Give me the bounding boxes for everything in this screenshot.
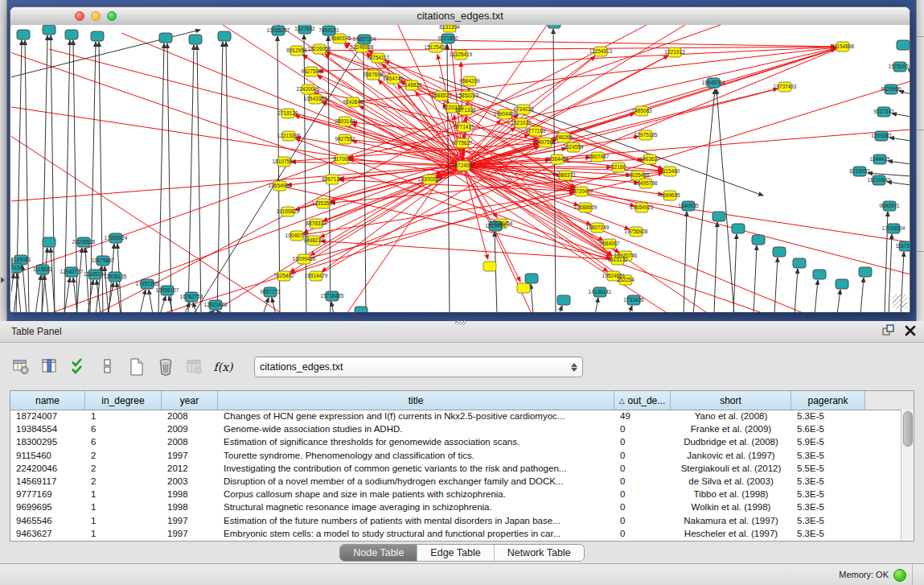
graph-node[interactable] — [859, 267, 872, 277]
table-cell: 18300295 — [10, 437, 85, 447]
table-cell: 19384554 — [10, 424, 85, 434]
graph-node[interactable] — [43, 25, 55, 35]
graph-node[interactable] — [483, 262, 496, 271]
table-cell: 5.3E-5 — [791, 529, 865, 538]
panel-divider-grip[interactable] — [455, 320, 466, 325]
function-builder-button[interactable]: f(x) — [212, 356, 234, 378]
graph-node[interactable] — [355, 307, 368, 312]
table-cell: Hescheler et al. (1997) — [671, 529, 791, 538]
graph-node-label: 19737493 — [774, 84, 797, 89]
float-panel-icon[interactable] — [882, 324, 895, 337]
table-row[interactable]: 1456911722003Disruption of a novel membe… — [10, 475, 901, 488]
column-header-pagerank[interactable]: pagerank — [791, 391, 865, 410]
delete-table-button[interactable] — [183, 356, 205, 378]
window-resize-grip[interactable] — [893, 295, 907, 309]
graph-node-label: 11154808 — [832, 43, 854, 49]
graph-node-label: 10025488 — [626, 172, 650, 178]
table-cell: 1 — [85, 516, 162, 525]
table-row[interactable]: 946554611997Estimation of the future num… — [10, 514, 901, 527]
graph-node-label: 746266 — [555, 134, 573, 140]
column-header-short[interactable]: short — [671, 391, 791, 410]
graph-node[interactable] — [752, 235, 765, 245]
graph-node[interactable] — [159, 33, 172, 43]
graph-node-label: 7625402 — [273, 273, 294, 278]
table-cell: 5.5E-5 — [791, 463, 865, 473]
table-row[interactable]: 1872400712008Changes of HCN gene express… — [10, 410, 901, 422]
tab-node-table[interactable]: Node Table — [340, 545, 417, 561]
collapsed-panel-arrow-icon[interactable] — [1, 277, 5, 283]
table-cell: de Silva et al. (2003) — [671, 476, 791, 486]
window-title: citations_edges.txt — [10, 10, 910, 22]
table-cell: 5.6E-5 — [791, 424, 865, 434]
status-bar: Memory: OK — [0, 563, 924, 585]
graph-node-label: 15125439 — [425, 44, 448, 50]
table-cell: Estimation of significance thresholds fo… — [218, 437, 614, 447]
graph-node[interactable] — [17, 30, 30, 39]
graph-node[interactable] — [557, 295, 570, 305]
table-row[interactable]: 2242004622012Investigating the contribut… — [10, 462, 901, 475]
memory-ok-indicator-icon[interactable] — [893, 569, 906, 582]
column-header-name[interactable]: name — [10, 391, 85, 410]
table-cell: Genome-wide association studies in ADHD. — [218, 424, 614, 434]
table-vertical-scrollbar[interactable] — [901, 410, 914, 541]
table-cell: 5.3E-5 — [791, 502, 865, 512]
table-cell: 9777169 — [10, 489, 85, 499]
table-row[interactable]: 911546021997Tourette syndrome. Phenomeno… — [10, 449, 901, 462]
graph-node-label: 8878334 — [306, 220, 326, 226]
graph-node[interactable] — [773, 247, 786, 257]
graph-node[interactable] — [732, 224, 745, 233]
table-row[interactable]: 1938455462009Genome-wide association stu… — [10, 422, 901, 435]
graph-node-label: 16210643 — [868, 177, 891, 183]
delete-column-button[interactable] — [154, 356, 176, 378]
table-row[interactable]: 969969511998Structural magnetic resonanc… — [10, 501, 901, 513]
column-header-out_de[interactable]: △out_de... — [614, 391, 671, 410]
table-selector-value: citations_edges.txt — [260, 361, 571, 373]
graph-node[interactable] — [525, 274, 538, 283]
create-column-button[interactable] — [125, 356, 147, 378]
graph-node[interactable] — [793, 258, 806, 268]
column-header-title[interactable]: title — [218, 391, 614, 410]
citation-network-graph[interactable]: 1872400718300295196601751224608812754117… — [11, 25, 910, 312]
table-cell: 2003 — [162, 476, 218, 486]
table-cell: 2 — [85, 463, 162, 473]
graph-node[interactable] — [218, 31, 231, 41]
table-row[interactable]: 1830029562008Estimation of significance … — [10, 435, 901, 448]
graph-node-label: 8215953 — [849, 168, 870, 174]
table-cell: Nakamura et al. (1997) — [671, 516, 791, 525]
graph-node-label: 17957255 — [136, 281, 159, 286]
graph-node[interactable] — [713, 212, 725, 221]
close-panel-icon[interactable] — [905, 325, 916, 336]
column-header-in_degree[interactable]: in_degree — [85, 391, 162, 410]
tab-network-table[interactable]: Network Table — [495, 545, 584, 561]
table-row[interactable]: 977716911998Corpus callosum shape and si… — [10, 488, 901, 501]
graph-node[interactable] — [548, 25, 561, 28]
graph-node[interactable] — [897, 40, 910, 50]
graph-node[interactable] — [65, 30, 78, 39]
graph-node[interactable] — [43, 237, 55, 247]
graph-node-label: 19660175 — [328, 35, 351, 41]
graph-node[interactable] — [813, 270, 826, 279]
graph-node[interactable] — [836, 279, 848, 289]
graph-node[interactable] — [91, 31, 104, 41]
network-canvas[interactable]: 1872400718300295196601751224608812754117… — [11, 25, 910, 312]
table-settings-button[interactable] — [10, 356, 31, 378]
scrollbar-thumb[interactable] — [903, 411, 913, 447]
show-column-button[interactable] — [39, 356, 60, 378]
table-row[interactable]: 946362711997Embryonic stem cells: a mode… — [10, 527, 901, 540]
table-selector-dropdown[interactable]: citations_edges.txt — [254, 356, 583, 377]
graph-node-label: 16648784 — [702, 80, 725, 85]
table-cell: 1998 — [162, 502, 218, 512]
table-cell: Embryonic stem cells: a model to study s… — [218, 529, 614, 538]
graph-node[interactable] — [189, 35, 202, 44]
table-cell: 2 — [85, 476, 162, 486]
row-height-button[interactable] — [97, 356, 118, 378]
graph-node-label: 12942737 — [60, 269, 84, 274]
column-header-year[interactable]: year — [162, 391, 218, 410]
table-cell: Structural magnetic resonance image aver… — [218, 502, 614, 512]
select-columns-button[interactable] — [68, 356, 89, 378]
graph-node[interactable] — [517, 283, 530, 293]
tab-edge-table[interactable]: Edge Table — [417, 545, 494, 561]
table-panel-header: Table Panel — [0, 321, 924, 343]
window-titlebar[interactable]: citations_edges.txt — [10, 7, 910, 26]
table-cell: Stergiakouli et al. (2012) — [671, 463, 791, 473]
